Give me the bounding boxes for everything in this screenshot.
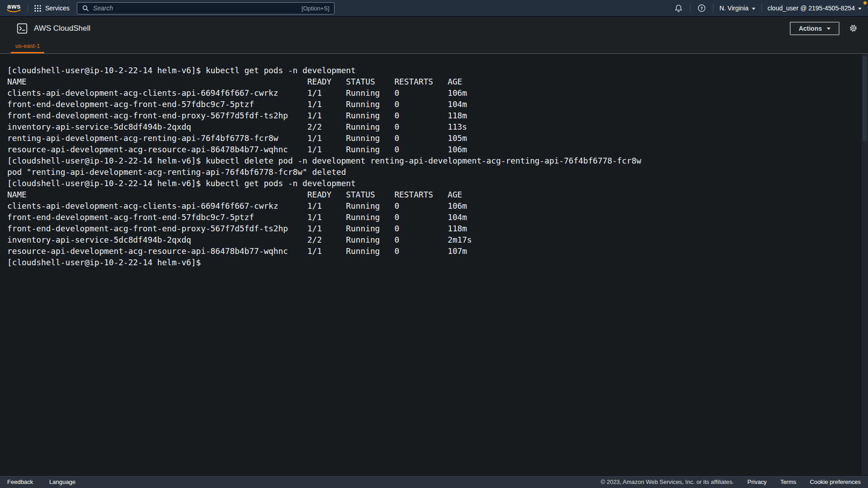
footer-left-links: Feedback Language bbox=[7, 479, 75, 485]
page-title: AWS CloudShell bbox=[34, 24, 90, 33]
terminal-line: pod "renting-api-development-acg-renting… bbox=[7, 166, 860, 178]
feedback-link[interactable]: Feedback bbox=[7, 479, 33, 485]
actions-button[interactable]: Actions bbox=[790, 22, 840, 35]
recording-indicator-dot bbox=[863, 1, 867, 5]
settings-button[interactable] bbox=[848, 23, 859, 34]
aws-smile-icon bbox=[6, 9, 22, 13]
search-shortcut-hint: [Option+S] bbox=[302, 5, 330, 12]
topbar-divider bbox=[713, 4, 713, 13]
chevron-down-icon bbox=[858, 8, 862, 10]
topbar-divider bbox=[761, 4, 762, 13]
terminal-scrollbar-thumb[interactable] bbox=[863, 56, 867, 141]
help-icon: ? bbox=[697, 4, 706, 13]
services-label: Services bbox=[45, 5, 70, 12]
cloudshell-header: AWS CloudShell Actions bbox=[0, 16, 868, 40]
account-label: cloud_user @ 2195-4505-8254 bbox=[768, 5, 855, 12]
terminal-scrollbar[interactable] bbox=[862, 54, 868, 475]
terminal-line: NAME READY STATUS RESTARTS AGE bbox=[7, 76, 860, 87]
chevron-down-icon bbox=[827, 28, 830, 30]
cloudshell-terminal-icon bbox=[16, 23, 28, 34]
topbar-right-cluster: ? N. Virginia cloud_user @ 2195-4505-825… bbox=[673, 3, 862, 14]
cookie-preferences-link[interactable]: Cookie preferences bbox=[810, 479, 861, 485]
search-box[interactable]: [Option+S] bbox=[77, 2, 335, 14]
terminal-line: [cloudshell-user@ip-10-2-22-14 helm-v6]$… bbox=[7, 155, 860, 166]
bell-icon bbox=[674, 4, 683, 13]
tab-label: us-east-1 bbox=[15, 42, 40, 49]
terminal-line: clients-api-development-acg-clients-api-… bbox=[7, 200, 860, 211]
terminal-output: [cloudshell-user@ip-10-2-22-14 helm-v6]$… bbox=[7, 65, 860, 268]
aws-cloudshell-page: { "topbar": { "logo_text": "aws", "servi… bbox=[0, 0, 868, 488]
terminal-line: front-end-development-acg-front-end-prox… bbox=[7, 110, 860, 121]
gear-icon bbox=[849, 23, 858, 33]
account-menu[interactable]: cloud_user @ 2195-4505-8254 bbox=[768, 5, 862, 12]
footer-bar: Feedback Language © 2023, Amazon Web Ser… bbox=[0, 475, 868, 488]
services-menu[interactable]: Services bbox=[34, 5, 70, 12]
terminal-line: front-end-development-acg-front-end-57fd… bbox=[7, 99, 860, 110]
actions-button-label: Actions bbox=[799, 25, 822, 32]
terminal-line: [cloudshell-user@ip-10-2-22-14 helm-v6]$ bbox=[7, 257, 860, 268]
aws-logo[interactable]: aws bbox=[6, 3, 22, 13]
terminal-line: front-end-development-acg-front-end-prox… bbox=[7, 223, 860, 234]
terminal-line: [cloudshell-user@ip-10-2-22-14 helm-v6]$… bbox=[7, 178, 860, 189]
terminal-line: renting-api-development-acg-renting-api-… bbox=[7, 132, 860, 144]
copyright-text: © 2023, Amazon Web Services, Inc. or its… bbox=[601, 479, 734, 485]
region-label: N. Virginia bbox=[719, 5, 748, 12]
terminal-line: inventory-api-service-5dc8df494b-2qxdq 2… bbox=[7, 234, 860, 245]
chevron-down-icon bbox=[752, 8, 755, 10]
terminal-line: resource-api-development-acg-resource-ap… bbox=[7, 144, 860, 155]
aws-logo-text: aws bbox=[7, 3, 21, 9]
terminal-line: [cloudshell-user@ip-10-2-22-14 helm-v6]$… bbox=[7, 65, 860, 76]
notifications-button[interactable] bbox=[673, 3, 684, 14]
svg-text:?: ? bbox=[701, 6, 703, 11]
terminal-line: NAME READY STATUS RESTARTS AGE bbox=[7, 189, 860, 200]
region-tab-bar: us-east-1 bbox=[0, 40, 868, 54]
terminal-line: clients-api-development-acg-clients-api-… bbox=[7, 87, 860, 99]
region-selector[interactable]: N. Virginia bbox=[719, 5, 755, 12]
language-link[interactable]: Language bbox=[49, 479, 75, 485]
privacy-link[interactable]: Privacy bbox=[747, 479, 767, 485]
topbar-divider bbox=[28, 4, 28, 13]
terminal-line: inventory-api-service-5dc8df494b-2qxdq 2… bbox=[7, 121, 860, 132]
search-icon bbox=[82, 5, 89, 12]
tab-us-east-1[interactable]: us-east-1 bbox=[11, 40, 44, 53]
top-navigation-bar: aws Services [Option+S] bbox=[0, 0, 868, 16]
terms-link[interactable]: Terms bbox=[780, 479, 796, 485]
topbar-divider bbox=[690, 4, 690, 13]
terminal-line: front-end-development-acg-front-end-57fd… bbox=[7, 211, 860, 223]
search-input[interactable] bbox=[93, 5, 297, 12]
services-grid-icon bbox=[34, 5, 42, 12]
terminal-line: resource-api-development-acg-resource-ap… bbox=[7, 245, 860, 257]
footer-right-links: © 2023, Amazon Web Services, Inc. or its… bbox=[601, 479, 861, 485]
header-actions-cluster: Actions bbox=[790, 22, 859, 35]
help-button[interactable]: ? bbox=[696, 3, 707, 14]
terminal[interactable]: [cloudshell-user@ip-10-2-22-14 helm-v6]$… bbox=[0, 54, 868, 475]
